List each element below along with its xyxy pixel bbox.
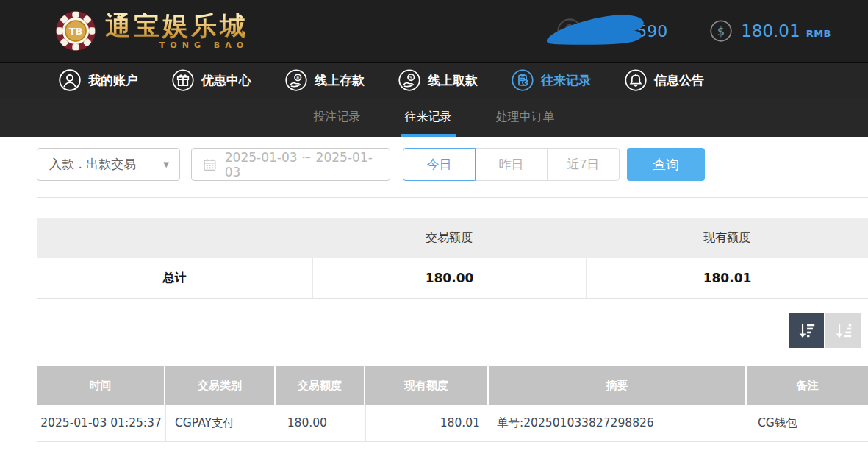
col-header-remark: 备注	[747, 366, 868, 405]
main-content: 入款 . 出款交易 ▼ 2025-01-03 ~ 2025-01-03 今日 昨…	[0, 148, 868, 442]
calendar-icon	[202, 157, 218, 173]
records-clipboard-icon	[512, 69, 534, 91]
sort-ascending-icon	[833, 321, 853, 341]
redaction-scribble	[544, 11, 656, 49]
brand-name: 通宝娱乐城	[105, 13, 248, 39]
bell-icon	[625, 69, 647, 91]
nav-item-deposit[interactable]: ¥ 线上存款	[285, 69, 365, 91]
range-yesterday-button[interactable]: 昨日	[475, 148, 548, 181]
cell-balance: 180.01	[365, 405, 489, 441]
dollar-circle-icon: $	[710, 20, 732, 42]
cell-type: CGPAY支付	[165, 405, 276, 441]
svg-text:¥: ¥	[296, 75, 300, 81]
nav-item-announcements[interactable]: 信息公告	[625, 69, 704, 91]
records-table: 时间 交易类别 交易额度 现有额度 摘要 备注 2025-01-03 01:25…	[37, 366, 868, 442]
col-header-balance: 现有额度	[365, 366, 489, 405]
brand-name-en: TONG BAO	[105, 41, 248, 49]
summary-table: 交易额度 现有额度 总计 180.00 180.01	[37, 218, 868, 299]
filter-row: 入款 . 出款交易 ▼ 2025-01-03 ~ 2025-01-03 今日 昨…	[37, 148, 868, 181]
caret-down-icon: ▼	[163, 160, 169, 168]
nav-item-transaction-records[interactable]: 往来记录	[512, 69, 591, 91]
username-display[interactable]: 590	[557, 13, 667, 49]
col-header-type: 交易类别	[165, 366, 276, 405]
tab-betting-records[interactable]: 投注记录	[309, 98, 365, 137]
main-nav: 我的账户 优惠中心 ¥ 线上存款 $ 线上取款	[0, 62, 868, 98]
svg-text:$: $	[717, 24, 725, 38]
summary-total-balance: 180.01	[586, 258, 868, 298]
transaction-type-select[interactable]: 入款 . 出款交易 ▼	[37, 148, 180, 181]
tab-processing-orders[interactable]: 处理中订单	[492, 98, 559, 137]
brand-logo[interactable]: TB 通宝娱乐城 TONG BAO	[55, 10, 248, 51]
gift-icon	[172, 69, 194, 91]
sort-ascending-button[interactable]	[825, 313, 861, 348]
cell-amount: 180.00	[276, 405, 365, 441]
summary-total-row: 总计 180.00 180.01	[37, 258, 868, 299]
nav-item-my-account[interactable]: 我的账户	[59, 69, 138, 91]
summary-header-row: 交易额度 现有额度	[37, 218, 868, 258]
balance-display[interactable]: $ 180.01 RMB	[710, 20, 831, 42]
summary-header-transaction: 交易额度	[312, 218, 586, 258]
sub-tab-bar: 投注记录 往来记录 处理中订单	[0, 98, 868, 137]
section-divider	[37, 197, 868, 198]
cell-summary: 单号:202501033827298826	[489, 405, 747, 441]
range-today-button[interactable]: 今日	[403, 148, 476, 181]
records-header-row: 时间 交易类别 交易额度 现有额度 摘要 备注	[37, 366, 868, 405]
top-header: TB 通宝娱乐城 TONG BAO 590 $ 180.01 RMB	[0, 0, 868, 62]
svg-text:TB: TB	[69, 26, 83, 37]
quick-range-group: 今日 昨日 近7日	[403, 148, 620, 181]
summary-header-empty	[37, 218, 312, 258]
balance-amount: 180.01	[741, 21, 800, 40]
casino-chip-icon: TB	[55, 10, 96, 51]
user-icon	[59, 69, 81, 91]
svg-text:$: $	[409, 75, 412, 81]
nav-item-withdraw[interactable]: $ 线上取款	[398, 69, 478, 91]
active-tab-underline	[401, 134, 456, 137]
sort-descending-icon	[797, 321, 817, 341]
sort-descending-button[interactable]	[789, 313, 824, 348]
tab-transaction-records[interactable]: 往来记录	[401, 98, 456, 137]
cell-time: 2025-01-03 01:25:37	[37, 405, 165, 441]
nav-item-promotions[interactable]: 优惠中心	[172, 69, 251, 91]
deposit-hand-coin-icon: ¥	[285, 69, 307, 91]
summary-total-label: 总计	[37, 258, 312, 298]
table-row: 2025-01-03 01:25:37 CGPAY支付 180.00 180.0…	[37, 405, 868, 442]
col-header-amount: 交易额度	[276, 366, 365, 405]
withdraw-hand-coin-icon: $	[398, 69, 420, 91]
range-last7days-button[interactable]: 近7日	[547, 148, 620, 181]
col-header-time: 时间	[37, 366, 165, 405]
search-button[interactable]: 查询	[627, 148, 705, 181]
sort-controls	[37, 313, 868, 348]
summary-header-balance: 现有额度	[586, 218, 868, 258]
summary-total-transaction: 180.00	[312, 258, 586, 298]
balance-currency: RMB	[806, 24, 831, 39]
date-range-input[interactable]: 2025-01-03 ~ 2025-01-03	[191, 148, 390, 181]
col-header-summary: 摘要	[489, 366, 747, 405]
cell-remark: CG钱包	[747, 405, 868, 441]
